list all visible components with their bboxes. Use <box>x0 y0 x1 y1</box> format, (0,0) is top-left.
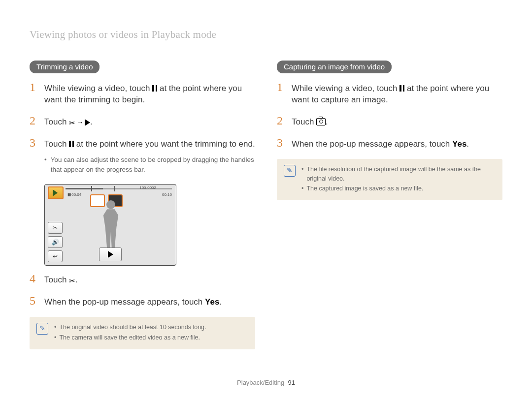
note-box-capture: ✎ The file resolution of the captured im… <box>277 159 502 200</box>
time-elapsed: ▮▮ 00:04 <box>67 192 81 197</box>
video-thumbnail <box>48 186 64 199</box>
step-1: 1 While viewing a video, touch at the po… <box>30 81 255 106</box>
volume-button: 🔊 <box>48 236 63 248</box>
step-2: 2 Touch . <box>277 115 502 128</box>
trim-handle-end <box>114 186 115 191</box>
step-number: 4 <box>30 273 38 286</box>
step-3-note: You can also adjust the scene to be crop… <box>44 155 255 174</box>
capture-steps: 1 While viewing a video, touch at the po… <box>277 81 502 150</box>
person-silhouette <box>96 198 125 252</box>
trim-screen-mock: ▮▮ 00:04 100-0002 00:10 ✂ 🔊 ↩ <box>44 184 176 266</box>
note-item: The camera will save the edited video as… <box>54 333 206 342</box>
manual-page: Viewing photos or videos in Playback mod… <box>0 0 532 401</box>
step-5: 5 When the pop-up message appears, touch… <box>30 295 255 308</box>
section-heading-capture: Capturing an image from video <box>277 61 392 73</box>
step-text: Touch ✂→. <box>44 115 93 128</box>
note-icon: ✎ <box>284 165 296 177</box>
step-number: 3 <box>277 137 286 150</box>
page-footer: Playback/Editing 91 <box>0 379 532 386</box>
note-item: The file resolution of the captured imag… <box>301 165 496 184</box>
trimming-steps: 1 While viewing a video, touch at the po… <box>30 81 255 175</box>
scissor-icon: ✂ <box>69 118 75 128</box>
trimming-steps-cont: 4 Touch ✂. 5 When the pop-up message app… <box>30 273 255 308</box>
two-column-layout: Trimming a video 1 While viewing a video… <box>30 61 502 349</box>
pause-icon <box>69 141 74 147</box>
play-button <box>99 247 122 261</box>
arrow-icon: → <box>77 119 83 126</box>
step-number: 5 <box>30 295 38 308</box>
note-box-trimming: ✎ The original video should be at least … <box>30 317 255 349</box>
step-text: While viewing a video, touch at the poin… <box>44 81 255 106</box>
step-number: 1 <box>30 81 38 106</box>
left-column: Trimming a video 1 While viewing a video… <box>30 61 255 349</box>
file-number: 100-0002 <box>139 185 156 190</box>
note-item: The captured image is saved as a new fil… <box>301 184 496 193</box>
step-3: 3 When the pop-up message appears, touch… <box>277 137 502 150</box>
step-text: Touch ✂. <box>44 273 78 286</box>
trim-handle-start <box>91 186 92 191</box>
step-1: 1 While viewing a video, touch at the po… <box>277 81 502 106</box>
capture-icon <box>316 118 326 125</box>
right-column: Capturing an image from video 1 While vi… <box>277 61 502 349</box>
note-list: The original video should be at least 10… <box>54 323 206 343</box>
step-text: While viewing a video, touch at the poin… <box>292 81 502 106</box>
step-text: Touch at the point where you want the tr… <box>44 137 255 175</box>
scissor-button: ✂ <box>48 222 63 234</box>
play-icon <box>85 119 90 126</box>
step-number: 1 <box>277 81 286 106</box>
note-list: The file resolution of the captured imag… <box>301 165 496 194</box>
step-number: 2 <box>30 115 38 128</box>
step-number: 3 <box>30 137 38 175</box>
step-4: 4 Touch ✂. <box>30 273 255 286</box>
step-text: When the pop-up message appears, touch Y… <box>292 137 469 150</box>
play-icon <box>108 251 113 258</box>
running-header: Viewing photos or videos in Playback mod… <box>30 29 502 41</box>
note-icon: ✎ <box>36 323 48 335</box>
time-total: 00:10 <box>162 192 172 197</box>
step-text: Touch . <box>292 115 328 128</box>
page-number: 91 <box>288 379 295 386</box>
section-heading-trimming: Trimming a video <box>30 61 100 73</box>
side-buttons: ✂ 🔊 ↩ <box>48 222 63 262</box>
pause-icon <box>152 85 157 92</box>
note-item: The original video should be at least 10… <box>54 323 206 332</box>
camera-screenshot: ▮▮ 00:04 100-0002 00:10 ✂ 🔊 ↩ <box>44 184 255 266</box>
step-number: 2 <box>277 115 286 128</box>
step-text: When the pop-up message appears, touch Y… <box>44 295 222 308</box>
pause-icon <box>399 85 404 92</box>
scissor-icon: ✂ <box>69 276 75 286</box>
step-2: 2 Touch ✂→. <box>30 115 255 128</box>
back-button: ↩ <box>48 250 63 262</box>
step-3: 3 Touch at the point where you want the … <box>30 137 255 175</box>
footer-section: Playback/Editing <box>237 379 284 386</box>
